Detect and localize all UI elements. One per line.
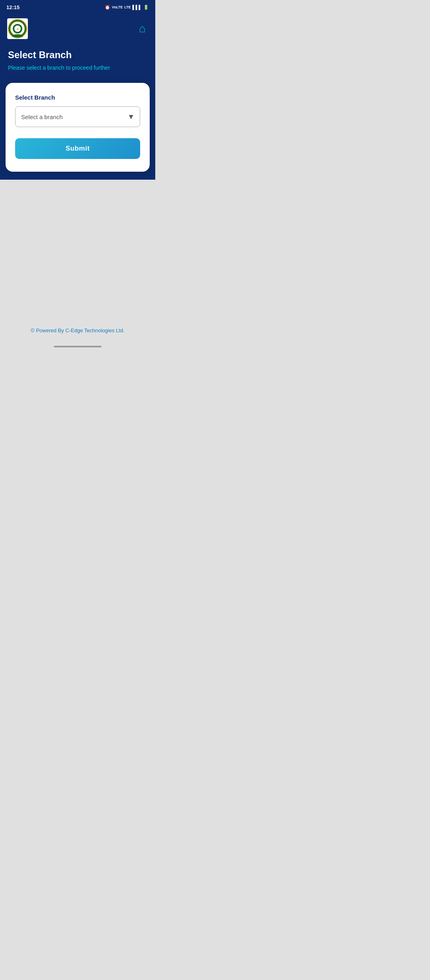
nav-indicator — [0, 342, 155, 353]
status-bar: 12:15 ⏰ VoLTE LTE ▌▌▌ 🔋 — [0, 0, 155, 14]
svg-point-5 — [12, 34, 23, 37]
bottom-background — [0, 180, 155, 319]
branch-select-wrapper: Select a branch Branch 1 Branch 2 Branch… — [15, 106, 140, 127]
status-time: 12:15 — [6, 4, 20, 10]
footer-text: © Powered By C-Edge Technologies Ltd. — [31, 327, 125, 333]
submit-button[interactable]: Submit — [15, 138, 140, 159]
signal-icon: ▌▌▌ — [133, 5, 142, 10]
app-logo: ✦ — [7, 18, 28, 39]
nav-bar-indicator — [54, 346, 102, 347]
alarm-icon: ⏰ — [105, 5, 110, 10]
status-icons: ⏰ VoLTE LTE ▌▌▌ 🔋 — [105, 5, 149, 10]
logo-emblem-icon: ✦ — [8, 19, 27, 38]
page-subtitle: Please select a branch to proceed furthe… — [8, 65, 147, 71]
lte-icon: LTE — [124, 5, 131, 9]
footer: © Powered By C-Edge Technologies Ltd. — [0, 319, 155, 342]
app-header: ✦ ⌂ — [0, 14, 155, 43]
battery-icon: 🔋 — [143, 5, 149, 10]
svg-text:✦: ✦ — [16, 27, 19, 31]
volte-icon: VoLTE — [112, 5, 123, 9]
select-branch-label: Select Branch — [15, 94, 140, 101]
branch-select-input[interactable]: Select a branch Branch 1 Branch 2 Branch… — [15, 106, 140, 127]
page-title-section: Select Branch Please select a branch to … — [0, 43, 155, 83]
home-button[interactable]: ⌂ — [137, 20, 148, 37]
select-branch-card: Select Branch Select a branch Branch 1 B… — [6, 83, 150, 172]
card-section: Select Branch Select a branch Branch 1 B… — [0, 83, 155, 180]
page-title: Select Branch — [8, 49, 147, 61]
home-icon: ⌂ — [139, 22, 146, 35]
